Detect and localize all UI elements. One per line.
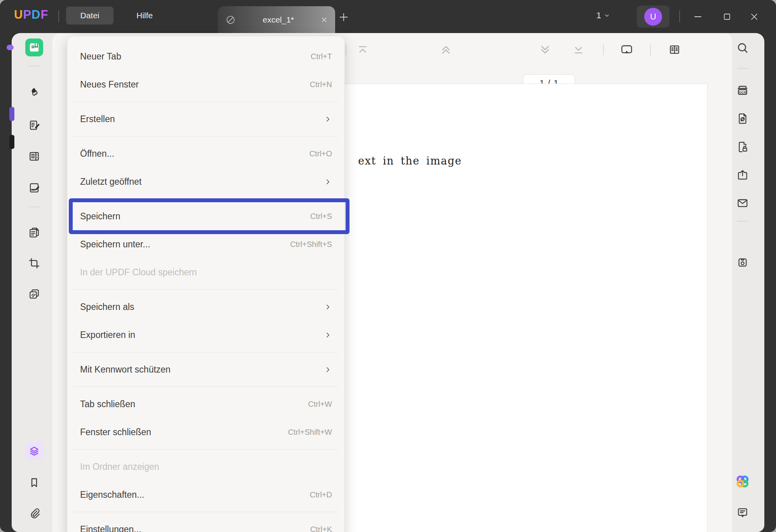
menu-item-updf-cloud-speichern: In der UPDF Cloud speichern: [67, 258, 344, 286]
last-page-button[interactable]: [570, 42, 587, 58]
first-page-button[interactable]: [354, 42, 371, 58]
sidebar-divider: [737, 221, 748, 222]
menu-item-eigenschaften[interactable]: Eigenschaften...Ctrl+D: [67, 481, 344, 509]
menu-item-label: Erstellen: [80, 114, 324, 124]
sidebar-highlighter-tool[interactable]: [25, 83, 43, 101]
menu-item-shortcut: Ctrl+O: [309, 149, 332, 158]
svg-text:OCR: OCR: [739, 91, 746, 94]
menu-item-tab-schliessen[interactable]: Tab schließenCtrl+W: [67, 390, 344, 418]
menu-hilfe-button[interactable]: Hilfe: [126, 7, 163, 24]
maximize-button[interactable]: [720, 9, 734, 24]
logo-letter: U: [14, 8, 23, 21]
menu-item-label: Neuer Tab: [80, 51, 311, 62]
menu-item-neuer-tab[interactable]: Neuer TabCtrl+T: [67, 42, 344, 70]
logo-letter: D: [31, 8, 40, 21]
sidebar-divider: [29, 206, 40, 207]
logo-letter: P: [23, 8, 31, 21]
menu-item-oeffnen[interactable]: Öffnen...Ctrl+O: [67, 140, 344, 168]
snapshot-button[interactable]: [734, 254, 752, 271]
menu-item-speichern-als[interactable]: Speichern als: [67, 293, 344, 321]
menu-item-label: Im Ordner anzeigen: [80, 462, 332, 472]
menu-item-label: Speichern: [80, 211, 310, 222]
window-count-value: 1: [596, 10, 601, 21]
notification-dot: [7, 45, 12, 50]
sidebar-crop-tool[interactable]: [25, 254, 43, 272]
close-button[interactable]: [747, 9, 762, 24]
chevron-right-icon: [324, 115, 332, 123]
ocr-button[interactable]: OCR: [734, 81, 752, 99]
menu-item-label: Exportieren in: [80, 330, 324, 340]
sidebar-edit-tool[interactable]: [25, 116, 43, 134]
sidebar-attachment-panel[interactable]: [25, 504, 43, 522]
menu-item-einstellungen[interactable]: Einstellungen...Ctrl+K: [67, 515, 344, 532]
menu-item-shortcut: Ctrl+N: [310, 80, 332, 89]
logo-letter: F: [40, 8, 48, 21]
menu-item-erstellen[interactable]: Erstellen: [67, 105, 344, 133]
menu-item-label: Tab schließen: [80, 399, 308, 410]
search-button[interactable]: [734, 39, 752, 57]
document-tab[interactable]: excel_1*: [218, 6, 335, 33]
titlebar-divider: [679, 10, 680, 22]
sidebar-organize-pages-tool[interactable]: [25, 147, 43, 165]
toolbar-divider: [346, 45, 346, 55]
sidebar-convert-pages-tool[interactable]: [25, 224, 43, 242]
menu-divider: [73, 136, 338, 136]
chevron-right-icon: [324, 303, 332, 311]
menu-item-mit-kennwort-schuetzen[interactable]: Mit Kennwort schützen: [67, 355, 344, 383]
menu-item-neues-fenster[interactable]: Neues FensterCtrl+N: [67, 70, 344, 98]
menu-item-label: Neues Fenster: [80, 79, 310, 90]
menu-divider: [73, 289, 338, 290]
feedback-button[interactable]: [734, 504, 752, 522]
chevron-down-icon: [604, 12, 610, 19]
document-page[interactable]: ext in the image: [299, 84, 708, 532]
menu-item-speichern-unter[interactable]: Speichern unter...Ctrl+Shift+S: [67, 230, 344, 258]
window-count-dropdown[interactable]: 1: [596, 10, 610, 21]
account-button[interactable]: U: [637, 5, 669, 28]
chevron-right-icon: [324, 331, 332, 339]
sidebar-reader-tool[interactable]: [25, 38, 43, 56]
previous-page-button[interactable]: [437, 42, 454, 58]
menu-item-label: Öffnen...: [80, 149, 309, 159]
menu-datei-button[interactable]: Datei: [66, 7, 114, 24]
menu-item-im-ordner-anzeigen: Im Ordner anzeigen: [67, 453, 344, 481]
menu-item-speichern[interactable]: SpeichernCtrl+S: [67, 202, 344, 230]
toolbar-divider: [603, 45, 604, 55]
mail-button[interactable]: [734, 194, 752, 212]
minimize-button[interactable]: [690, 9, 705, 24]
menu-item-label: Speichern unter...: [80, 239, 290, 250]
edge-peek-shape: [9, 135, 14, 149]
sidebar-compare-tool[interactable]: [25, 285, 43, 303]
menu-item-shortcut: Ctrl+K: [310, 525, 332, 532]
menu-item-label: Mit Kennwort schützen: [80, 364, 324, 375]
convert-document-button[interactable]: [734, 110, 752, 128]
presentation-button[interactable]: [618, 42, 635, 58]
sidebar-bookmark-panel[interactable]: [25, 474, 43, 492]
menu-item-exportieren-in[interactable]: Exportieren in: [67, 321, 344, 349]
menu-item-shortcut: Ctrl+W: [308, 400, 332, 409]
tab-close-icon[interactable]: [320, 16, 328, 24]
menu-divider: [73, 102, 338, 102]
menu-item-shortcut: Ctrl+Shift+W: [288, 428, 332, 437]
titlebar: UPDF Datei Hilfe excel_1* 1 U: [0, 0, 776, 33]
titlebar-divider: [58, 10, 59, 22]
menu-item-label: In der UPDF Cloud speichern: [80, 267, 332, 278]
menu-item-shortcut: Ctrl+S: [310, 212, 332, 221]
new-tab-button[interactable]: [335, 10, 352, 24]
next-page-button[interactable]: [537, 42, 554, 58]
ai-assistant-button[interactable]: [734, 472, 752, 490]
menu-item-label: Einstellungen...: [80, 524, 310, 532]
menu-item-label: Speichern als: [80, 302, 324, 312]
menu-item-fenster-schliessen[interactable]: Fenster schließenCtrl+Shift+W: [67, 418, 344, 446]
share-button[interactable]: [734, 166, 752, 184]
chevron-right-icon: [324, 178, 332, 186]
sidebar-layers-tool[interactable]: [25, 442, 43, 460]
protect-document-button[interactable]: [734, 138, 752, 156]
menu-item-shortcut: Ctrl+D: [310, 490, 332, 499]
reading-mode-button[interactable]: [666, 42, 683, 58]
updf-logo: UPDF: [14, 8, 48, 22]
menu-item-label: Fenster schließen: [80, 427, 288, 438]
menu-item-zuletzt-geoeffnet[interactable]: Zuletzt geöffnet: [67, 168, 344, 196]
sidebar-fill-sign-tool[interactable]: [25, 179, 43, 197]
menu-item-shortcut: Ctrl+Shift+S: [290, 240, 332, 249]
sidebar-divider: [737, 68, 748, 69]
